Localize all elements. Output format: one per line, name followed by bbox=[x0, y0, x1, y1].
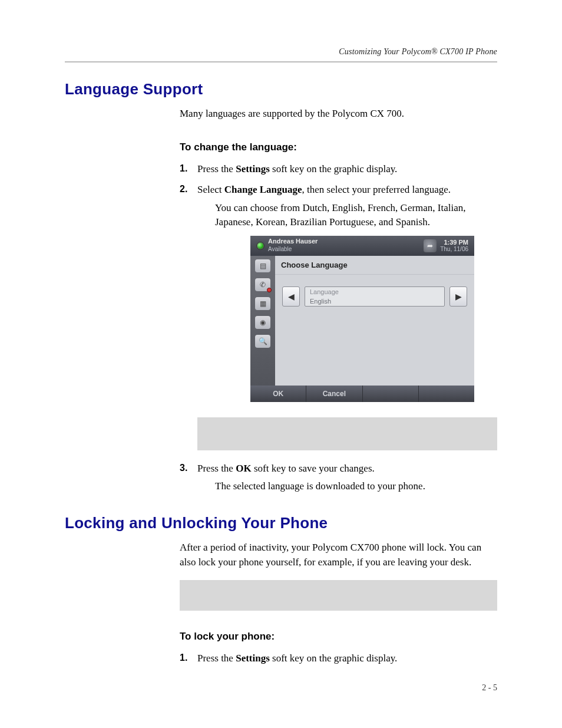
softkey-blank-1 bbox=[363, 386, 419, 402]
page-number: 2 - 5 bbox=[482, 683, 497, 693]
subhead-lock-phone: To lock your phone: bbox=[180, 631, 497, 643]
contacts-icon[interactable]: ▤ bbox=[255, 259, 270, 272]
phone-sidebar: ▤ ✆ ▦ ◉ 🔍 bbox=[250, 256, 275, 386]
phone-presence-text: Available bbox=[268, 245, 318, 253]
search-icon[interactable]: 🔍 bbox=[255, 335, 270, 348]
step-3: 3. Press the OK soft key to save your ch… bbox=[180, 461, 497, 494]
step-number: 3. bbox=[180, 461, 187, 475]
header-divider bbox=[65, 61, 497, 62]
step-1: 1. Press the Settings soft key on the gr… bbox=[180, 162, 497, 177]
softkey-cancel[interactable]: Cancel bbox=[306, 386, 362, 402]
calls-icon[interactable]: ✆ bbox=[255, 278, 270, 291]
step-text: Press the OK soft key to save your chang… bbox=[197, 463, 375, 474]
phone-date: Thu, 11/06 bbox=[440, 246, 468, 252]
intro-paragraph: Many languages are supported by the Poly… bbox=[180, 107, 497, 121]
step-text: Press the Settings soft key on the graph… bbox=[197, 163, 397, 174]
heading-locking: Locking and Unlocking Your Phone bbox=[65, 514, 497, 532]
step-2-note: You can choose from Dutch, English, Fren… bbox=[215, 201, 497, 230]
step-number: 1. bbox=[180, 651, 187, 665]
softkey-blank-2 bbox=[419, 386, 474, 402]
settings-icon[interactable]: ◉ bbox=[255, 316, 270, 329]
softkey-ok[interactable]: OK bbox=[250, 386, 306, 402]
subhead-change-language: To change the language: bbox=[180, 141, 497, 153]
phone-time: 1:39 PM bbox=[440, 239, 468, 246]
presence-icon bbox=[256, 242, 265, 250]
step-2: 2. Select Change Language, then select y… bbox=[180, 182, 497, 450]
step-number: 2. bbox=[180, 182, 187, 196]
locking-intro: After a period of inactivity, your Polyc… bbox=[180, 541, 497, 569]
language-next-button[interactable]: ▶ bbox=[449, 286, 467, 307]
phone-user-name: Andreas Hauser bbox=[268, 238, 318, 245]
lock-step-1: 1. Press the Settings soft key on the gr… bbox=[180, 651, 497, 666]
language-prev-button[interactable]: ◀ bbox=[282, 286, 300, 307]
step-3-note: The selected language is downloaded to y… bbox=[215, 479, 497, 494]
phone-status-bar: Andreas Hauser Available ➦ 1:39 PM Thu, … bbox=[250, 236, 474, 256]
step-number: 1. bbox=[180, 162, 187, 176]
voicemail-icon[interactable]: ▦ bbox=[255, 297, 270, 310]
phone-screen-title: Choose Language bbox=[275, 256, 474, 275]
step-text: Press the Settings soft key on the graph… bbox=[197, 653, 397, 664]
note-placeholder-2 bbox=[180, 580, 497, 611]
step-text: Select Change Language, then select your… bbox=[197, 184, 451, 195]
phone-softkey-bar: OK Cancel bbox=[250, 386, 474, 402]
language-field-label: Language bbox=[310, 287, 439, 297]
page-header-right: Customizing Your Polycom® CX700 IP Phone bbox=[65, 47, 497, 57]
phone-screenshot: Andreas Hauser Available ➦ 1:39 PM Thu, … bbox=[250, 236, 474, 402]
heading-language-support: Language Support bbox=[65, 80, 497, 98]
language-field[interactable]: Language English bbox=[305, 286, 445, 307]
language-field-value: English bbox=[310, 297, 439, 307]
note-placeholder-1 bbox=[197, 417, 497, 450]
call-forward-icon: ➦ bbox=[424, 239, 437, 252]
